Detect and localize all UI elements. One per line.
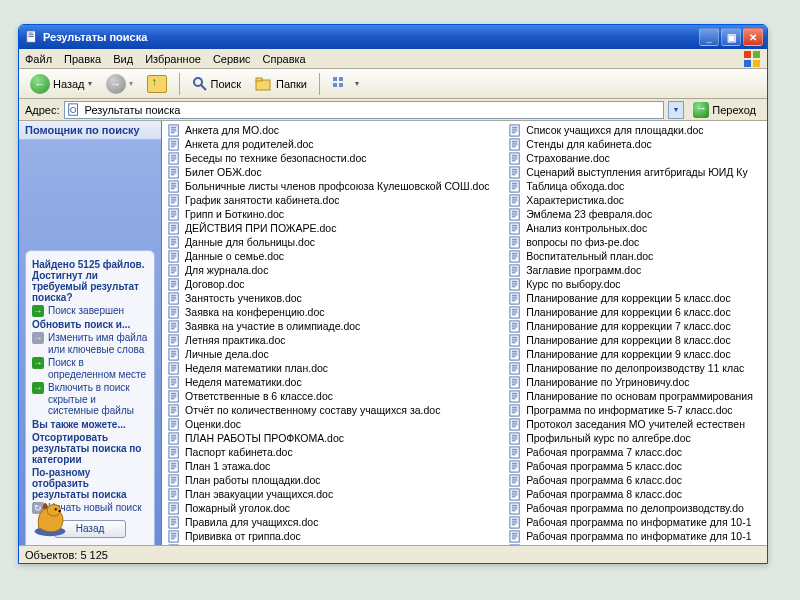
file-item[interactable]: Планирование по основам программирования <box>503 389 767 403</box>
file-item[interactable]: Рабочая программа по информатике для 10-… <box>503 529 767 543</box>
menu-file[interactable]: Файл <box>25 53 52 65</box>
word-doc-icon <box>168 474 181 487</box>
file-item[interactable]: Договор.doc <box>162 277 503 291</box>
up-button[interactable] <box>142 73 172 95</box>
file-item[interactable]: План эвакуации учащихся.doc <box>162 487 503 501</box>
file-item[interactable]: Неделя математики.doc <box>162 375 503 389</box>
file-item[interactable]: Рабочая программа 7 класс.doc <box>503 445 767 459</box>
file-item[interactable]: Занятость учеников.doc <box>162 291 503 305</box>
file-item[interactable]: Планирование для коррекции 5 класс.doc <box>503 291 767 305</box>
file-item[interactable]: Эмблема 23 февраля.doc <box>503 207 767 221</box>
file-item[interactable]: Планирование по делопроизводству 11 клас <box>503 361 767 375</box>
file-item[interactable]: Заглавие программ.doc <box>503 263 767 277</box>
file-item[interactable]: Рабочая программа 5 класс.doc <box>503 459 767 473</box>
back-button[interactable]: ← Назад ▾ <box>25 73 97 95</box>
file-item[interactable]: Грипп и Боткино.doc <box>162 207 503 221</box>
file-item[interactable]: Сценарий выступления агитбригады ЮИД Ку <box>503 165 767 179</box>
file-item[interactable]: Список учащихся для площадки.doc <box>503 123 767 137</box>
address-input[interactable] <box>64 101 665 119</box>
file-item[interactable]: Анкета для МО.doc <box>162 123 503 137</box>
menu-tools[interactable]: Сервис <box>213 53 251 65</box>
file-name: Планирование по делопроизводству 11 клас <box>526 362 744 374</box>
file-item[interactable]: Планирование для коррекции 8 класс.doc <box>503 333 767 347</box>
svg-rect-355 <box>512 522 518 523</box>
file-item[interactable]: Рабочая программа 6 класс.doc <box>503 473 767 487</box>
file-item[interactable]: Профильный курс по алгебре.doc <box>503 431 767 445</box>
file-item[interactable]: Планирование для коррекции 6 класс.doc <box>503 305 767 319</box>
svg-rect-341 <box>512 482 516 483</box>
svg-rect-284 <box>512 324 518 325</box>
file-item[interactable]: Программа профсоюз.doc <box>162 543 503 545</box>
file-item[interactable]: План 1 этажа.doc <box>162 459 503 473</box>
file-list[interactable]: Анкета для МО.docАнкета для родителей.do… <box>162 121 767 545</box>
file-item[interactable]: Оценки.doc <box>162 417 503 431</box>
file-item[interactable]: Заявка на участие в олимпиаде.doc <box>162 319 503 333</box>
file-item[interactable]: Курс по выбору.doc <box>503 277 767 291</box>
file-item[interactable]: вопросы по физ-ре.doc <box>503 235 767 249</box>
file-item[interactable]: Летняя практика.doc <box>162 333 503 347</box>
file-name: Анкета для родителей.doc <box>185 138 314 150</box>
file-item[interactable]: Стенды для кабинета.doc <box>503 137 767 151</box>
file-item[interactable]: Данные о семье.doc <box>162 249 503 263</box>
file-item[interactable]: Для журнала.doc <box>162 263 503 277</box>
file-item[interactable]: Данные для больницы.doc <box>162 235 503 249</box>
address-dropdown-button[interactable]: ▾ <box>668 101 684 119</box>
file-item[interactable]: Личные дела.doc <box>162 347 503 361</box>
close-button[interactable]: ✕ <box>743 28 763 46</box>
file-item[interactable]: Таблица обхода.doc <box>503 179 767 193</box>
file-item[interactable]: Билет ОБЖ.doc <box>162 165 503 179</box>
file-item[interactable]: Рабочая программа 8 класс.doc <box>503 487 767 501</box>
menu-view[interactable]: Вид <box>113 53 133 65</box>
file-item[interactable]: Анкета для родителей.doc <box>162 137 503 151</box>
word-doc-icon <box>168 390 181 403</box>
menu-help[interactable]: Справка <box>263 53 306 65</box>
file-item[interactable]: Заявка на конференцию.doc <box>162 305 503 319</box>
refine-hidden-row[interactable]: →Включить в поиск скрытые и системные фа… <box>32 382 148 417</box>
svg-rect-315 <box>512 410 518 411</box>
sort-link[interactable]: Отсортировать результаты поиска по катег… <box>32 432 148 465</box>
file-item[interactable]: ПЛАН РАБОТЫ ПРОФКОМА.doc <box>162 431 503 445</box>
file-item[interactable]: Рабочая программа по делопроизводству.do <box>503 501 767 515</box>
file-item[interactable]: Протокол заседания МО учителей естествен <box>503 417 767 431</box>
file-item[interactable]: Программа по информатике 5-7 класс.doc <box>503 403 767 417</box>
menu-favorites[interactable]: Избранное <box>145 53 201 65</box>
results-icon <box>25 30 39 44</box>
minimize-button[interactable]: _ <box>699 28 719 46</box>
forward-button[interactable]: → ▾ <box>101 73 138 95</box>
svg-rect-304 <box>512 380 518 381</box>
refine-place-row[interactable]: →Поиск в определенном месте <box>32 357 148 380</box>
file-item[interactable]: Прививка от гриппа.doc <box>162 529 503 543</box>
file-item[interactable]: Правила для учащихся.doc <box>162 515 503 529</box>
file-item[interactable]: Пожарный уголок.doc <box>162 501 503 515</box>
maximize-button[interactable]: ▣ <box>721 28 741 46</box>
file-item[interactable]: Рабочая программа по информатике для 8 к… <box>503 543 767 545</box>
file-item[interactable]: Ответственные в 6 классе.doc <box>162 389 503 403</box>
file-item[interactable]: Отчёт по количественному составу учащихс… <box>162 403 503 417</box>
arrow-icon: → <box>32 382 44 394</box>
file-item[interactable]: Планирование для коррекции 9 класс.doc <box>503 347 767 361</box>
file-item[interactable]: Рабочая программа по информатике для 10-… <box>503 515 767 529</box>
refine-name-row[interactable]: →Изменить имя файла или ключевые слова <box>32 332 148 355</box>
file-item[interactable]: Беседы по технике безопасности.doc <box>162 151 503 165</box>
file-item[interactable]: Страхование.doc <box>503 151 767 165</box>
search-dog-icon[interactable] <box>27 493 73 539</box>
go-button[interactable]: Переход <box>688 99 761 121</box>
file-item[interactable]: Паспорт кабинета.doc <box>162 445 503 459</box>
file-item[interactable]: Больничные листы членов профсоюза Кулешо… <box>162 179 503 193</box>
file-item[interactable]: Характеристика.doc <box>503 193 767 207</box>
file-item[interactable]: Неделя математики план.doc <box>162 361 503 375</box>
views-button[interactable]: ▾ <box>327 73 364 95</box>
file-item[interactable]: Планирование для коррекции 7 класс.doc <box>503 319 767 333</box>
file-item[interactable]: План работы площадки.doc <box>162 473 503 487</box>
svg-rect-264 <box>512 268 518 269</box>
file-item[interactable]: ДЕЙСТВИЯ ПРИ ПОЖАРЕ.doc <box>162 221 503 235</box>
search-button[interactable]: Поиск <box>187 73 246 95</box>
menu-edit[interactable]: Правка <box>64 53 101 65</box>
search-done-row[interactable]: →Поиск завершен <box>32 305 148 317</box>
file-item[interactable]: Анализ контрольных.doc <box>503 221 767 235</box>
file-item[interactable]: График занятости кабинета.doc <box>162 193 503 207</box>
file-item[interactable]: Планирование по Угриновичу.doc <box>503 375 767 389</box>
svg-rect-43 <box>171 182 177 183</box>
file-item[interactable]: Воспитательный план.doc <box>503 249 767 263</box>
folders-button[interactable]: Папки <box>250 73 312 95</box>
